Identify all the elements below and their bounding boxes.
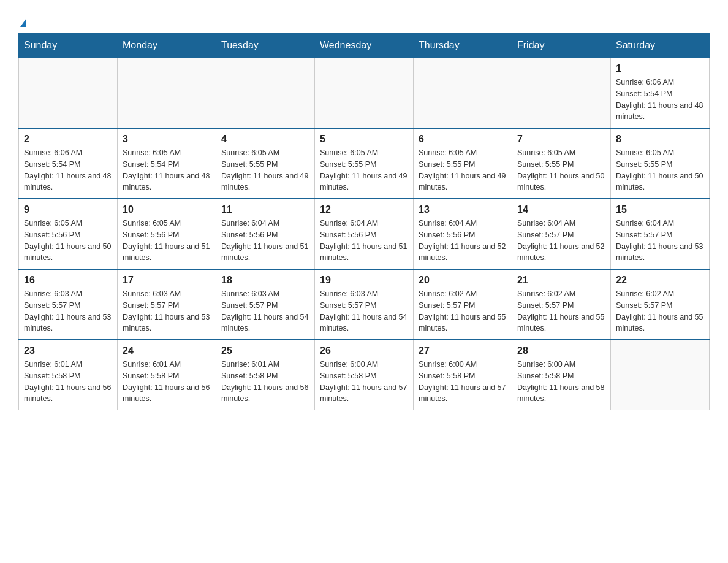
calendar-header: SundayMondayTuesdayWednesdayThursdayFrid…	[19, 34, 710, 58]
day-number: 25	[221, 345, 309, 356]
calendar-cell: 6Sunrise: 6:05 AMSunset: 5:55 PMDaylight…	[414, 128, 512, 199]
calendar-cell: 8Sunrise: 6:05 AMSunset: 5:55 PMDaylight…	[611, 128, 710, 199]
calendar-cell: 13Sunrise: 6:04 AMSunset: 5:56 PMDayligh…	[414, 199, 512, 269]
day-number: 18	[221, 275, 309, 286]
day-number: 14	[517, 204, 605, 215]
day-info: Sunrise: 6:00 AMSunset: 5:58 PMDaylight:…	[320, 359, 408, 405]
weekday-header-thursday: Thursday	[414, 34, 512, 58]
calendar-cell: 22Sunrise: 6:02 AMSunset: 5:57 PMDayligh…	[611, 269, 710, 340]
day-info: Sunrise: 6:04 AMSunset: 5:57 PMDaylight:…	[616, 218, 704, 264]
day-number: 12	[320, 204, 408, 215]
day-number: 15	[616, 204, 704, 215]
calendar-cell: 3Sunrise: 6:05 AMSunset: 5:54 PMDaylight…	[118, 128, 216, 199]
calendar-week-row: 1Sunrise: 6:06 AMSunset: 5:54 PMDaylight…	[19, 58, 710, 128]
day-info: Sunrise: 6:02 AMSunset: 5:57 PMDaylight:…	[419, 288, 507, 334]
day-number: 13	[419, 204, 507, 215]
calendar-week-row: 16Sunrise: 6:03 AMSunset: 5:57 PMDayligh…	[19, 269, 710, 340]
calendar-cell: 19Sunrise: 6:03 AMSunset: 5:57 PMDayligh…	[315, 269, 414, 340]
day-number: 16	[24, 275, 112, 286]
day-number: 19	[320, 275, 408, 286]
calendar-cell: 5Sunrise: 6:05 AMSunset: 5:55 PMDaylight…	[315, 128, 414, 199]
day-info: Sunrise: 6:05 AMSunset: 5:55 PMDaylight:…	[419, 147, 507, 193]
day-info: Sunrise: 6:04 AMSunset: 5:56 PMDaylight:…	[320, 218, 408, 264]
calendar-cell: 23Sunrise: 6:01 AMSunset: 5:58 PMDayligh…	[19, 340, 118, 410]
weekday-header-wednesday: Wednesday	[315, 34, 414, 58]
day-info: Sunrise: 6:05 AMSunset: 5:55 PMDaylight:…	[320, 147, 408, 193]
day-number: 11	[221, 204, 309, 215]
calendar-cell: 15Sunrise: 6:04 AMSunset: 5:57 PMDayligh…	[611, 199, 710, 269]
day-info: Sunrise: 6:01 AMSunset: 5:58 PMDaylight:…	[24, 359, 112, 405]
calendar-week-row: 2Sunrise: 6:06 AMSunset: 5:54 PMDaylight…	[19, 128, 710, 199]
day-info: Sunrise: 6:04 AMSunset: 5:56 PMDaylight:…	[221, 218, 309, 264]
day-number: 8	[616, 134, 704, 145]
day-info: Sunrise: 6:05 AMSunset: 5:55 PMDaylight:…	[616, 147, 704, 193]
calendar-cell: 24Sunrise: 6:01 AMSunset: 5:58 PMDayligh…	[118, 340, 216, 410]
calendar-cell: 10Sunrise: 6:05 AMSunset: 5:56 PMDayligh…	[118, 199, 216, 269]
day-number: 6	[419, 134, 507, 145]
calendar-cell: 17Sunrise: 6:03 AMSunset: 5:57 PMDayligh…	[118, 269, 216, 340]
weekday-header-saturday: Saturday	[611, 34, 710, 58]
day-number: 22	[616, 275, 704, 286]
day-info: Sunrise: 6:02 AMSunset: 5:57 PMDaylight:…	[517, 288, 605, 334]
day-info: Sunrise: 6:06 AMSunset: 5:54 PMDaylight:…	[616, 77, 704, 123]
logo-triangle-icon	[20, 18, 26, 27]
calendar-cell	[118, 58, 216, 128]
day-info: Sunrise: 6:05 AMSunset: 5:56 PMDaylight:…	[123, 218, 211, 264]
day-info: Sunrise: 6:03 AMSunset: 5:57 PMDaylight:…	[24, 288, 112, 334]
calendar-cell: 12Sunrise: 6:04 AMSunset: 5:56 PMDayligh…	[315, 199, 414, 269]
day-number: 1	[616, 63, 704, 74]
calendar-cell: 11Sunrise: 6:04 AMSunset: 5:56 PMDayligh…	[216, 199, 315, 269]
weekday-header-row: SundayMondayTuesdayWednesdayThursdayFrid…	[19, 34, 710, 58]
day-number: 5	[320, 134, 408, 145]
calendar-cell: 2Sunrise: 6:06 AMSunset: 5:54 PMDaylight…	[19, 128, 118, 199]
day-number: 20	[419, 275, 507, 286]
day-number: 17	[123, 275, 211, 286]
calendar-cell: 20Sunrise: 6:02 AMSunset: 5:57 PMDayligh…	[414, 269, 512, 340]
day-number: 27	[419, 345, 507, 356]
calendar-cell: 7Sunrise: 6:05 AMSunset: 5:55 PMDaylight…	[512, 128, 611, 199]
calendar-cell: 28Sunrise: 6:00 AMSunset: 5:58 PMDayligh…	[512, 340, 611, 410]
day-info: Sunrise: 6:03 AMSunset: 5:57 PMDaylight:…	[123, 288, 211, 334]
day-info: Sunrise: 6:04 AMSunset: 5:56 PMDaylight:…	[419, 218, 507, 264]
day-info: Sunrise: 6:01 AMSunset: 5:58 PMDaylight:…	[123, 359, 211, 405]
day-info: Sunrise: 6:02 AMSunset: 5:57 PMDaylight:…	[616, 288, 704, 334]
day-number: 21	[517, 275, 605, 286]
day-info: Sunrise: 6:06 AMSunset: 5:54 PMDaylight:…	[24, 147, 112, 193]
day-info: Sunrise: 6:00 AMSunset: 5:58 PMDaylight:…	[517, 359, 605, 405]
weekday-header-monday: Monday	[118, 34, 216, 58]
day-info: Sunrise: 6:05 AMSunset: 5:55 PMDaylight:…	[221, 147, 309, 193]
calendar-cell: 1Sunrise: 6:06 AMSunset: 5:54 PMDaylight…	[611, 58, 710, 128]
calendar-cell	[611, 340, 710, 410]
calendar-cell: 26Sunrise: 6:00 AMSunset: 5:58 PMDayligh…	[315, 340, 414, 410]
day-number: 26	[320, 345, 408, 356]
calendar-body: 1Sunrise: 6:06 AMSunset: 5:54 PMDaylight…	[19, 58, 710, 410]
day-info: Sunrise: 6:05 AMSunset: 5:55 PMDaylight:…	[517, 147, 605, 193]
calendar-cell: 18Sunrise: 6:03 AMSunset: 5:57 PMDayligh…	[216, 269, 315, 340]
calendar-cell	[512, 58, 611, 128]
day-number: 3	[123, 134, 211, 145]
calendar-cell	[19, 58, 118, 128]
day-info: Sunrise: 6:00 AMSunset: 5:58 PMDaylight:…	[419, 359, 507, 405]
day-number: 2	[24, 134, 112, 145]
day-number: 10	[123, 204, 211, 215]
calendar-cell	[216, 58, 315, 128]
day-info: Sunrise: 6:03 AMSunset: 5:57 PMDaylight:…	[221, 288, 309, 334]
day-info: Sunrise: 6:03 AMSunset: 5:57 PMDaylight:…	[320, 288, 408, 334]
calendar-cell: 21Sunrise: 6:02 AMSunset: 5:57 PMDayligh…	[512, 269, 611, 340]
day-number: 24	[123, 345, 211, 356]
day-info: Sunrise: 6:04 AMSunset: 5:57 PMDaylight:…	[517, 218, 605, 264]
calendar-cell: 27Sunrise: 6:00 AMSunset: 5:58 PMDayligh…	[414, 340, 512, 410]
calendar-cell	[315, 58, 414, 128]
day-number: 23	[24, 345, 112, 356]
header	[18, 12, 710, 27]
day-info: Sunrise: 6:05 AMSunset: 5:56 PMDaylight:…	[24, 218, 112, 264]
day-number: 7	[517, 134, 605, 145]
calendar-cell	[414, 58, 512, 128]
calendar-cell: 4Sunrise: 6:05 AMSunset: 5:55 PMDaylight…	[216, 128, 315, 199]
day-info: Sunrise: 6:01 AMSunset: 5:58 PMDaylight:…	[221, 359, 309, 405]
day-number: 28	[517, 345, 605, 356]
calendar-week-row: 9Sunrise: 6:05 AMSunset: 5:56 PMDaylight…	[19, 199, 710, 269]
weekday-header-tuesday: Tuesday	[216, 34, 315, 58]
weekday-header-sunday: Sunday	[19, 34, 118, 58]
day-number: 4	[221, 134, 309, 145]
